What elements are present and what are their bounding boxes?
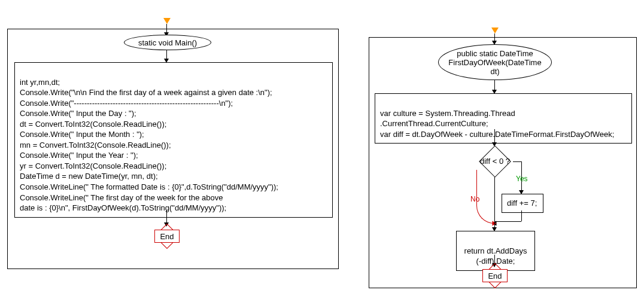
connector-line — [521, 210, 522, 221]
connector-curve-no — [476, 170, 494, 224]
process-diff-plus-seven-text: diff += 7; — [507, 199, 537, 208]
end-box-inner: End — [154, 230, 180, 243]
end-box-inner: End — [482, 269, 508, 282]
terminator-firstdayofweek-label: public static DateTime FirstDayOfWeek(Da… — [448, 49, 541, 76]
connector-line — [494, 129, 495, 142]
terminator-main-label: static void Main() — [138, 38, 197, 47]
decision-label: diff < 0 ? — [470, 157, 520, 166]
connector-line — [513, 161, 521, 162]
process-diff-plus-seven: diff += 7; — [502, 194, 543, 213]
connector-line — [166, 50, 167, 59]
entry-arrow-right — [491, 28, 499, 33]
connector-line — [494, 255, 495, 263]
process-culture-diff-text: var culture = System.Threading.Thread .C… — [380, 109, 614, 139]
terminator-end-right: End — [482, 267, 508, 285]
process-main-body: int yr,mn,dt; Console.Write("\n\n Find t… — [14, 62, 333, 218]
entry-arrow-left — [163, 18, 171, 24]
terminator-end-left: End — [154, 227, 180, 245]
connector-line — [495, 221, 521, 222]
terminator-firstdayofweek: public static DateTime FirstDayOfWeek(Da… — [438, 44, 552, 80]
process-main-text: int yr,mn,dt; Console.Write("\n\n Find t… — [20, 78, 278, 213]
edge-label-yes: Yes — [516, 175, 528, 183]
connector-line — [494, 80, 495, 90]
end-label-right: End — [488, 271, 502, 280]
connector-line — [166, 210, 167, 222]
terminator-main: static void Main() — [124, 35, 211, 50]
process-culture-diff: var culture = System.Threading.Thread .C… — [375, 93, 632, 144]
connector-line — [494, 177, 495, 227]
end-label-left: End — [160, 232, 174, 241]
